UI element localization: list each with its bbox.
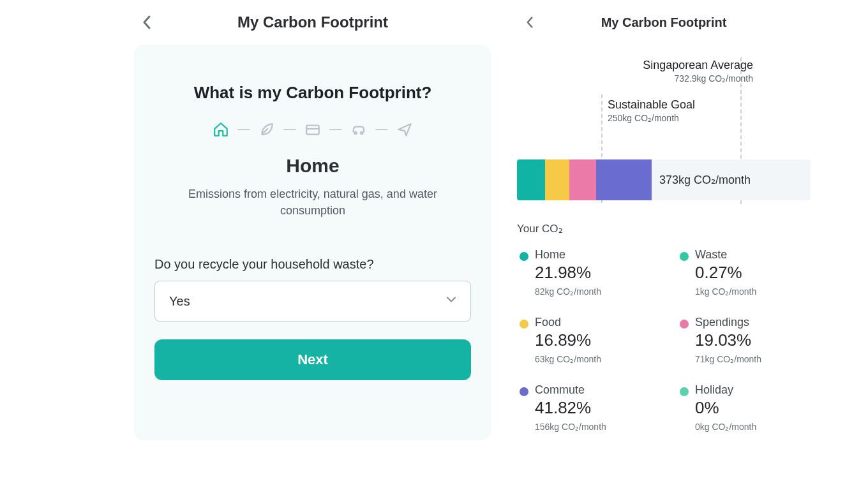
avg-badge: Singaporean Average 732.9kg CO₂/month: [625, 59, 753, 84]
category-grid: Home21.98%82kg CO₂/monthWaste0.27%1kg CO…: [517, 242, 811, 432]
category-percent: 0%: [695, 398, 756, 418]
leaf-icon: [258, 121, 276, 138]
plane-icon: [396, 121, 414, 138]
car-icon: [350, 121, 368, 138]
category-percent: 21.98%: [535, 263, 601, 283]
page-title: My Carbon Footprint: [517, 15, 811, 30]
svg-point-2: [354, 132, 356, 134]
category-home: Home21.98%82kg CO₂/month: [520, 248, 648, 297]
page-title: My Carbon Footprint: [134, 13, 491, 31]
category-percent: 19.03%: [695, 330, 761, 350]
category-dot: [520, 387, 528, 396]
svg-rect-0: [306, 126, 319, 135]
category-dot: [520, 320, 528, 329]
stepper: [154, 121, 471, 138]
step-separator: [329, 129, 342, 130]
svg-point-3: [361, 132, 363, 134]
goal-badge: Sustainable Goal 250kg CO₂/month: [608, 98, 695, 123]
category-dot: [520, 252, 528, 261]
category-commute: Commute41.82%156kg CO₂/month: [520, 383, 648, 432]
bar-segment-food: [545, 159, 569, 200]
category-value: 63kg CO₂/month: [535, 354, 601, 364]
category-value: 0kg CO₂/month: [695, 422, 756, 432]
question-label: Do you recycle your household waste?: [154, 257, 471, 272]
category-dot: [680, 320, 689, 329]
bar-label: 373kg CO₂/month: [659, 173, 751, 187]
category-dot: [680, 387, 689, 396]
category-percent: 41.82%: [535, 398, 606, 418]
category-name: Food: [535, 316, 601, 329]
your-co2-label: Your CO₂: [517, 222, 811, 235]
step-separator: [375, 129, 388, 130]
bar-segment-commute: [596, 159, 652, 200]
questionnaire-card: What is my Carbon Footprint? Home Emi: [134, 45, 491, 440]
category-name: Holiday: [695, 383, 756, 397]
category-waste: Waste0.27%1kg CO₂/month: [680, 248, 808, 297]
step-separator: [237, 129, 250, 130]
category-name: Spendings: [695, 316, 761, 329]
step-separator: [283, 129, 296, 130]
category-percent: 16.89%: [535, 330, 601, 350]
card-icon: [304, 121, 322, 138]
category-value: 82kg CO₂/month: [535, 286, 601, 297]
footprint-gauge: Singaporean Average 732.9kg CO₂/month Su…: [517, 57, 811, 211]
card-title: What is my Carbon Footprint?: [154, 83, 471, 103]
bar-segment-home: [517, 159, 545, 200]
category-food: Food16.89%63kg CO₂/month: [520, 316, 648, 364]
category-percent: 0.27%: [695, 263, 756, 283]
goal-label: Sustainable Goal: [608, 98, 695, 112]
category-spendings: Spendings19.03%71kg CO₂/month: [680, 316, 808, 364]
section-description: Emissions from electricity, natural gas,…: [172, 186, 453, 219]
category-value: 1kg CO₂/month: [695, 286, 756, 297]
avg-label: Singaporean Average: [625, 59, 753, 72]
category-dot: [680, 252, 689, 261]
next-button-label: Next: [297, 351, 328, 367]
avg-value: 732.9kg CO₂/month: [625, 73, 753, 84]
bar-segment-spendings: [569, 159, 596, 200]
category-value: 71kg CO₂/month: [695, 354, 761, 364]
category-name: Home: [535, 248, 601, 262]
footprint-bar: 373kg CO₂/month: [517, 159, 811, 200]
goal-value: 250kg CO₂/month: [608, 113, 695, 123]
select-value: Yes: [169, 294, 190, 309]
next-button[interactable]: Next: [154, 339, 471, 380]
home-icon: [212, 121, 230, 138]
category-name: Waste: [695, 248, 756, 262]
section-heading: Home: [154, 155, 471, 177]
recycle-select[interactable]: Yes: [154, 281, 471, 322]
category-holiday: Holiday0%0kg CO₂/month: [680, 383, 808, 432]
category-name: Commute: [535, 383, 606, 397]
chevron-down-icon: [445, 293, 458, 309]
category-value: 156kg CO₂/month: [535, 422, 606, 432]
